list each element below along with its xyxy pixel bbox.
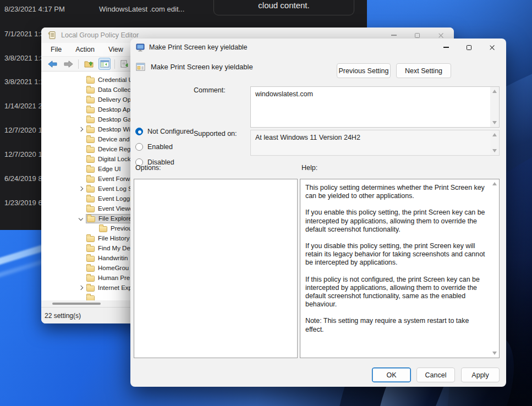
radio-not-configured[interactable]: Not Configured	[135, 128, 194, 135]
folder-icon	[86, 246, 95, 252]
supported-on-box: At least Windows 11 Version 24H2	[250, 130, 500, 156]
folder-icon	[86, 78, 95, 84]
setting-heading-text: Make Print Screen key yieldable	[151, 63, 253, 71]
file-date[interactable]: 12/7/2020 12	[4, 126, 46, 134]
minimize-button[interactable]	[443, 47, 449, 47]
cancel-button[interactable]: Cancel	[416, 367, 455, 382]
tree-item[interactable]: Credential U	[41, 75, 133, 85]
options-label: Options:	[135, 164, 161, 172]
supported-scrollbar[interactable]	[490, 130, 499, 155]
folder-icon	[86, 206, 95, 212]
scroll-up-icon[interactable]	[492, 90, 497, 93]
help-scrollbar[interactable]	[490, 179, 499, 358]
radio-button-icon[interactable]	[135, 128, 143, 135]
tree-item-partial[interactable]	[41, 293, 98, 300]
help-label: Help:	[301, 164, 317, 172]
tree-item[interactable]: Desktop Ap	[41, 105, 130, 114]
tree-item[interactable]: Edge UI	[41, 164, 121, 174]
tree-item[interactable]: Digital Lock	[41, 154, 130, 164]
back-icon[interactable]	[46, 58, 58, 70]
scroll-up-icon[interactable]	[492, 182, 497, 185]
folder-icon	[87, 216, 95, 222]
tree-item[interactable]: Event Forwa	[41, 174, 134, 184]
file-date[interactable]: 1/23/2019 6:	[4, 199, 44, 207]
export-list-icon[interactable]	[119, 58, 131, 70]
chevron-right-icon[interactable]	[79, 127, 83, 131]
close-button[interactable]	[438, 32, 444, 39]
minimize-button[interactable]	[391, 35, 397, 35]
tree-item[interactable]: Internet Exp	[41, 283, 132, 293]
radio-enabled[interactable]: Enabled	[135, 143, 173, 151]
folder-icon	[86, 256, 95, 262]
folder-icon	[86, 295, 95, 301]
file-date[interactable]: 12/7/2020 12	[4, 150, 46, 158]
tree-item[interactable]: File History	[41, 233, 130, 243]
dialog-titlebar[interactable]: Make Print Screen key yieldable	[130, 39, 506, 56]
tree-item[interactable]: Desktop Ga	[41, 114, 131, 124]
folder-icon	[86, 127, 95, 133]
tree-item[interactable]: Device Regi	[41, 144, 132, 154]
tree-item-file-explorer[interactable]: File Explore	[41, 213, 134, 223]
ok-button[interactable]: OK	[372, 367, 411, 382]
tree-item[interactable]: Event Log S	[41, 184, 133, 194]
chevron-right-icon[interactable]	[79, 186, 83, 191]
dialog-title: Make Print Screen key yieldable	[149, 43, 248, 51]
menu-view[interactable]: View	[108, 46, 123, 53]
tree-item[interactable]: Desktop Wi	[41, 124, 130, 134]
tree-item[interactable]: Event Loggi	[41, 194, 131, 204]
folder-icon	[86, 137, 95, 143]
radio-button-icon[interactable]	[135, 143, 143, 151]
options-box	[134, 179, 298, 358]
file-date[interactable]: 8/23/2021 4:17 PM	[4, 5, 65, 13]
tree-item[interactable]: Event Viewe	[41, 204, 133, 213]
tree-item[interactable]: HomeGrou	[41, 263, 129, 273]
gpedit-app-icon	[48, 31, 57, 40]
policy-setting-dialog: Make Print Screen key yieldable Make Pri…	[130, 39, 506, 387]
scroll-down-icon[interactable]	[492, 149, 497, 152]
supported-on-label: Supported on:	[194, 130, 237, 138]
menu-action[interactable]: Action	[75, 46, 95, 53]
comment-textarea[interactable]: windowslatest.com	[250, 86, 500, 128]
file-date[interactable]: 7/1/2021 1:3	[4, 30, 44, 38]
scroll-down-icon[interactable]	[492, 352, 497, 355]
file-date[interactable]: 6/24/2019 8	[4, 174, 42, 183]
apply-button[interactable]: Apply	[461, 367, 500, 382]
tree-item[interactable]: Find My De	[41, 243, 130, 253]
forward-icon[interactable]	[62, 58, 74, 70]
cloud-content-box: cloud content.	[213, 0, 354, 15]
file-date[interactable]: 3/8/2021 1:3	[4, 54, 44, 62]
close-button[interactable]	[489, 45, 495, 51]
tree-item[interactable]: Data Collec	[41, 85, 130, 95]
desktop: cloud content. 8/23/2021 4:17 PM Windows…	[0, 0, 532, 406]
menu-file[interactable]: File	[51, 46, 62, 53]
tree-item[interactable]: Device and	[41, 134, 130, 144]
maximize-button[interactable]	[415, 33, 420, 38]
scroll-down-icon[interactable]	[492, 121, 497, 124]
file-date[interactable]: 3/8/2021 1:1:	[4, 78, 46, 86]
tree-item[interactable]: Human Pre	[41, 273, 130, 283]
cloud-content-text: cloud content.	[258, 1, 309, 10]
comment-scrollbar[interactable]	[490, 87, 499, 127]
comment-value[interactable]: windowslatest.com	[251, 87, 490, 127]
scrollbar-thumb[interactable]	[52, 303, 101, 305]
maximize-button[interactable]	[467, 45, 471, 50]
next-setting-button[interactable]: Next Setting	[396, 63, 451, 78]
file-name[interactable]: WindowsLatest .com edit...	[99, 5, 184, 13]
status-text: 22 setting(s)	[45, 312, 81, 320]
tree-item[interactable]: Delivery Op	[41, 95, 131, 105]
console-tree-icon[interactable]	[98, 58, 111, 70]
comment-label: Comment:	[194, 86, 226, 94]
folder-icon	[99, 226, 107, 232]
folder-icon	[86, 87, 95, 94]
toolbar-separator	[78, 59, 79, 69]
folder-icon	[86, 167, 95, 173]
tree-item[interactable]: Handwritin	[41, 253, 128, 263]
scroll-up-icon[interactable]	[492, 133, 497, 136]
chevron-right-icon[interactable]	[79, 286, 83, 290]
gpedit-title: Local Group Policy Editor	[61, 31, 139, 39]
chevron-down-icon[interactable]	[79, 216, 83, 221]
folder-icon	[86, 117, 95, 123]
previous-setting-button[interactable]: Previous Setting	[337, 63, 391, 78]
tree-item[interactable]: Previou	[41, 223, 132, 233]
up-folder-icon[interactable]	[83, 58, 95, 70]
